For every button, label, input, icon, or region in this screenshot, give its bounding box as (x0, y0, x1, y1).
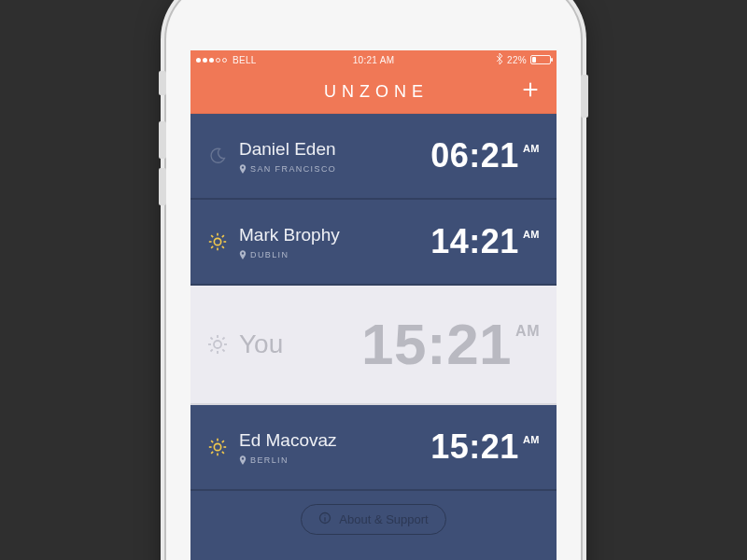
signal-strength-icon (196, 58, 227, 63)
moon-icon (202, 147, 233, 165)
contact-location: SAN FRANCISCO (239, 164, 430, 174)
svg-line-7 (211, 235, 213, 237)
time-digits: 15:21 (361, 315, 512, 373)
sun-icon (202, 437, 233, 457)
svg-line-25 (211, 441, 213, 442)
location-text: SAN FRANCISCO (250, 164, 336, 174)
time-ampm: AM (523, 434, 540, 445)
app-title: UNZONE (318, 82, 429, 102)
battery-fill (532, 57, 536, 63)
contact-location: DUBLIN (239, 250, 430, 259)
plus-icon (520, 79, 541, 104)
timezone-row-daniel[interactable]: Daniel Eden SAN FRANCISCO 06:21 AM (190, 114, 557, 200)
time-digits: 15:21 (430, 430, 519, 464)
svg-line-18 (211, 349, 213, 351)
timezone-row-you[interactable]: You 15:21 AM (190, 286, 557, 405)
status-bar: BELL 10:21 AM 22% (190, 50, 557, 69)
pin-icon (239, 164, 247, 174)
you-label: You (239, 329, 361, 359)
time-ampm: AM (523, 143, 540, 154)
time-ampm: AM (515, 323, 540, 340)
status-bar-clock: 10:21 AM (353, 55, 395, 65)
svg-line-17 (222, 349, 224, 351)
svg-point-11 (214, 341, 221, 348)
time-digits: 14:21 (430, 225, 519, 259)
svg-line-19 (222, 338, 224, 340)
about-support-button[interactable]: About & Support (301, 504, 445, 535)
app-header: UNZONE (190, 69, 557, 114)
bluetooth-icon (496, 53, 503, 66)
volume-down-button (159, 168, 166, 205)
svg-point-2 (214, 238, 220, 245)
time-ampm: AM (523, 229, 540, 240)
svg-line-8 (222, 246, 224, 248)
svg-line-27 (211, 452, 213, 454)
svg-line-26 (222, 452, 224, 454)
contact-time: 06:21 AM (430, 139, 540, 173)
svg-line-9 (211, 246, 213, 248)
svg-point-20 (214, 443, 220, 450)
power-button (581, 75, 588, 118)
svg-point-31 (325, 514, 326, 515)
sun-dim-icon (202, 333, 233, 356)
status-bar-left: BELL (196, 55, 353, 65)
mute-switch (159, 71, 166, 95)
timezone-row-ed[interactable]: Ed Macovaz BERLIN 15:21 AM (190, 405, 557, 491)
sun-icon (202, 231, 233, 252)
battery-icon (530, 55, 551, 64)
battery-percent: 22% (507, 55, 527, 65)
volume-up-button (159, 121, 166, 159)
timezone-row-mark[interactable]: Mark Brophy DUBLIN 14:21 AM (190, 200, 557, 286)
contact-time: 14:21 AM (430, 225, 540, 259)
contact-name: Ed Macovaz (239, 430, 430, 451)
about-support-label: About & Support (339, 512, 428, 526)
pin-icon (239, 455, 247, 465)
location-text: BERLIN (250, 455, 289, 465)
status-bar-right: 22% (394, 53, 551, 66)
your-time: 15:21 AM (361, 315, 540, 373)
pin-icon (239, 250, 247, 259)
contact-location: BERLIN (239, 455, 430, 465)
info-icon (318, 511, 331, 527)
svg-line-16 (211, 338, 213, 340)
time-digits: 06:21 (430, 139, 519, 173)
phone-screen: BELL 10:21 AM 22% UNZONE Dan (190, 50, 557, 560)
contact-name: Mark Brophy (239, 225, 430, 245)
contact-time: 15:21 AM (430, 430, 540, 464)
contact-name: Daniel Eden (239, 139, 430, 160)
svg-line-28 (222, 441, 224, 442)
footer: About & Support (190, 491, 557, 547)
carrier-label: BELL (233, 55, 257, 65)
location-text: DUBLIN (250, 250, 289, 259)
svg-line-10 (222, 235, 224, 237)
add-button[interactable] (514, 75, 547, 108)
